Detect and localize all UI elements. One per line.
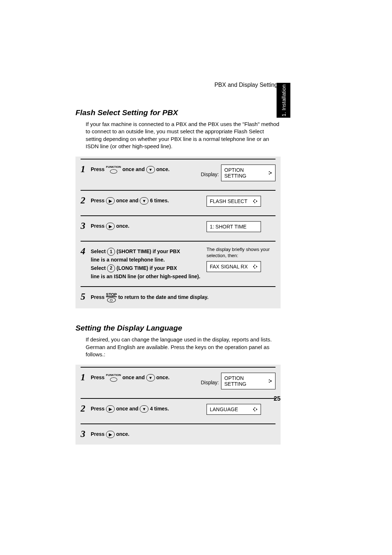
section2: Setting the Display Language If desired,…	[75, 324, 281, 445]
lcd-display: OPTION SETTING	[221, 165, 275, 181]
step-display: The display briefly shows your selection…	[207, 245, 275, 275]
step-row: 3 Press ▶ once. 1: SHORT TIME	[81, 215, 275, 241]
page-number: 25	[75, 395, 281, 402]
section1-steps: 1 Press FUNKTION once and ▼ once. Displa…	[75, 157, 281, 308]
step-number: 2	[81, 194, 91, 205]
step-body: Press ▶ once and ▼ 6 times.	[91, 194, 207, 204]
step-number: 3	[81, 220, 91, 231]
step-display: 1: SHORT TIME	[207, 220, 275, 235]
funktion-key-icon: FUNKTION	[106, 166, 121, 174]
svg-marker-4	[254, 202, 256, 203]
step-row: 3 Press ▶ once.	[81, 424, 275, 441]
key-1-icon: 1	[107, 248, 115, 256]
section2-steps: 1 Press FUNKTION once and ▼ once. Displa…	[75, 365, 281, 445]
right-arrow-icon: ▶	[106, 405, 115, 413]
down-arrow-icon: ▼	[146, 166, 155, 173]
step-row: 1 Press FUNKTION once and ▼ once. Displa…	[81, 159, 275, 190]
step-row: 5 Press STOP to return to the date and t…	[81, 286, 275, 305]
lcd-display: 1: SHORT TIME	[207, 221, 261, 232]
page-content: PBX and Display Settings Flash Select Se…	[75, 82, 281, 445]
leftright-icon	[253, 407, 258, 412]
svg-marker-8	[254, 268, 256, 269]
lcd-display: FAX SIGNAL RX	[207, 261, 261, 272]
svg-marker-10	[256, 266, 257, 268]
step-body: Press ▶ once.	[91, 428, 275, 438]
running-header: PBX and Display Settings	[75, 82, 281, 88]
step-display: LANGUAGE	[207, 402, 275, 418]
right-arrow-icon: ▶	[106, 197, 115, 204]
step-body: Press ▶ once and ▼ 4 times.	[91, 402, 207, 413]
step-number: 5	[81, 291, 91, 301]
svg-marker-9	[253, 266, 254, 268]
lcd-display: LANGUAGE	[207, 404, 261, 415]
svg-marker-7	[254, 264, 256, 266]
funktion-key-icon: FUNKTION	[106, 374, 121, 382]
right-arrow-icon: ▶	[106, 431, 115, 438]
updown-icon	[267, 170, 272, 175]
step-display: FLASH SELECT	[207, 194, 275, 210]
section2-intro: If desired, you can change the language …	[86, 336, 281, 358]
updown-icon	[267, 378, 272, 384]
step-body: Select 1 (SHORT TIME) if your PBX line i…	[91, 245, 207, 280]
down-arrow-icon: ▼	[146, 374, 155, 381]
section1-title: Flash Select Setting for PBX	[75, 108, 281, 117]
step-display: Display: OPTION SETTING	[201, 371, 275, 392]
down-arrow-icon: ▼	[140, 197, 148, 204]
side-tab-label: 1. Installation	[281, 84, 287, 116]
lcd-display: OPTION SETTING	[221, 373, 275, 389]
svg-marker-1	[269, 174, 270, 175]
svg-marker-15	[254, 410, 256, 412]
svg-marker-5	[253, 200, 254, 202]
svg-marker-6	[256, 200, 257, 202]
leftright-icon	[253, 199, 258, 204]
svg-marker-2	[270, 172, 272, 174]
section2-title: Setting the Display Language	[75, 324, 281, 332]
svg-marker-3	[254, 199, 256, 200]
svg-marker-0	[269, 171, 270, 172]
step-row: 1 Press FUNKTION once and ▼ once. Displa…	[81, 367, 275, 398]
svg-marker-11	[269, 379, 270, 380]
leftright-icon	[253, 264, 258, 269]
down-arrow-icon: ▼	[140, 405, 148, 413]
svg-marker-16	[253, 408, 254, 410]
step-display: Display: OPTION SETTING	[201, 163, 275, 184]
svg-marker-14	[254, 407, 256, 408]
step-row: 2 Press ▶ once and ▼ 6 times. FLASH SELE…	[81, 190, 275, 215]
step-body: Press ▶ once.	[91, 220, 207, 230]
step-number: 1	[81, 163, 91, 174]
lcd-display: FLASH SELECT	[207, 196, 261, 207]
right-arrow-icon: ▶	[106, 223, 115, 230]
step-number: 3	[81, 428, 91, 439]
stop-key-icon: STOP	[106, 293, 117, 303]
svg-marker-13	[270, 380, 272, 382]
section1-intro: If your fax machine is connected to a PB…	[86, 121, 281, 150]
step-number: 1	[81, 371, 91, 382]
svg-marker-17	[256, 408, 257, 410]
step-note: The display briefly shows your selection…	[207, 247, 275, 259]
step-body: Press FUNKTION once and ▼ once.	[91, 163, 201, 174]
step-number: 4	[81, 245, 91, 256]
svg-marker-12	[269, 382, 270, 383]
step-number: 2	[81, 402, 91, 413]
step-row: 4 Select 1 (SHORT TIME) if your PBX line…	[81, 241, 275, 286]
step-body: Press FUNKTION once and ▼ once.	[91, 371, 201, 382]
key-2-icon: 2	[107, 264, 115, 272]
step-body: Press STOP to return to the date and tim…	[91, 291, 275, 303]
